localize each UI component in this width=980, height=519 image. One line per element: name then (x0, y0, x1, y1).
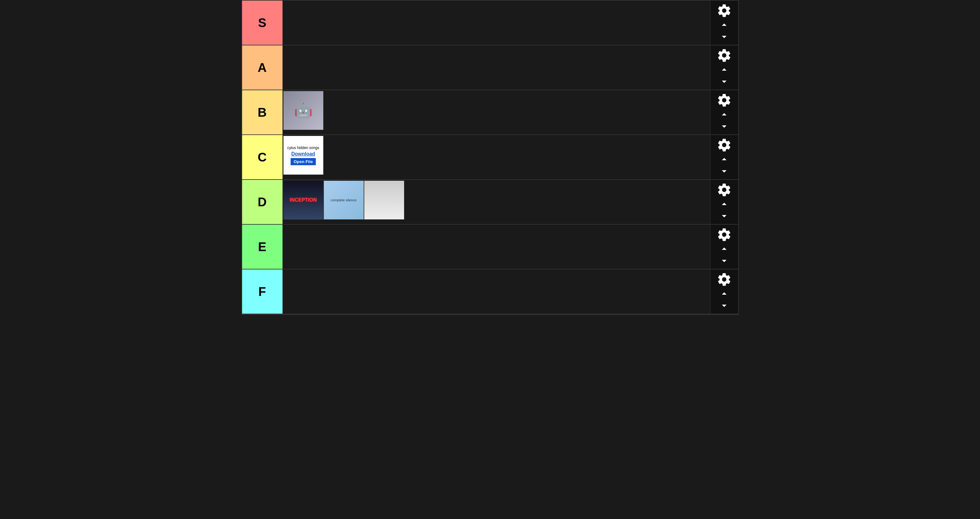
tier-label-f: F (242, 270, 283, 314)
move-up-button[interactable] (719, 243, 730, 254)
tier-row-b: B🤖 (242, 90, 738, 135)
download-card: cytus hidden songsDownloadOpen File (283, 136, 323, 175)
tier-item: INCEPTION (283, 180, 323, 220)
open-file-button[interactable]: Open File (291, 158, 316, 165)
arrow-controls (719, 154, 730, 177)
arrow-controls (719, 288, 730, 311)
tier-controls-s (710, 1, 738, 45)
gear-button[interactable] (717, 137, 732, 152)
tier-content-a (283, 45, 710, 89)
tier-controls-b (710, 90, 738, 134)
tier-content-c: cytus hidden songsDownloadOpen File (283, 135, 710, 179)
tier-row-c: Ccytus hidden songsDownloadOpen File (242, 135, 738, 180)
arrow-controls (719, 19, 730, 42)
tier-controls-f (710, 270, 738, 314)
gear-button[interactable] (717, 48, 732, 63)
tier-item (364, 180, 404, 220)
move-up-button[interactable] (719, 288, 730, 299)
tier-controls-a (710, 45, 738, 89)
tier-item: 🤖 (283, 91, 323, 130)
move-down-button[interactable] (719, 121, 730, 132)
tier-label-b: B (242, 90, 283, 134)
move-up-button[interactable] (719, 109, 730, 120)
tier-content-f (283, 270, 710, 314)
tier-row-e: E (242, 225, 738, 270)
tier-label-s: S (242, 1, 283, 45)
tier-content-e (283, 225, 710, 269)
tier-row-a: A (242, 45, 738, 90)
tier-content-b: 🤖 (283, 90, 710, 134)
download-card-title: cytus hidden songs (287, 145, 319, 150)
tier-row-f: F (242, 270, 738, 314)
move-down-button[interactable] (719, 210, 730, 222)
gear-button[interactable] (717, 3, 732, 18)
move-up-button[interactable] (719, 19, 730, 30)
tier-label-a: A (242, 45, 283, 89)
gear-button[interactable] (717, 227, 732, 242)
move-up-button[interactable] (719, 198, 730, 210)
gear-button[interactable] (717, 93, 732, 108)
tier-controls-c (710, 135, 738, 179)
move-down-button[interactable] (719, 300, 730, 311)
arrow-controls (719, 64, 730, 87)
tier-content-s (283, 1, 710, 45)
tier-row-s: S (242, 1, 738, 45)
arrow-controls (719, 243, 730, 266)
tier-content-d: INCEPTIONcomplete silence (283, 180, 710, 224)
gear-button[interactable] (717, 182, 732, 197)
move-down-button[interactable] (719, 76, 730, 87)
tier-controls-d (710, 180, 738, 224)
tier-label-d: D (242, 180, 283, 224)
tier-label-e: E (242, 225, 283, 269)
move-up-button[interactable] (719, 64, 730, 75)
tier-controls-e (710, 225, 738, 269)
tier-item: complete silence (323, 180, 364, 220)
tier-list: S A B🤖 Ccytus hidden songsDownloadOpen F… (242, 0, 739, 315)
move-down-button[interactable] (719, 255, 730, 266)
download-button[interactable]: Download (291, 151, 315, 157)
move-down-button[interactable] (719, 166, 730, 177)
tier-label-c: C (242, 135, 283, 179)
arrow-controls (719, 198, 730, 222)
move-up-button[interactable] (719, 154, 730, 165)
tier-row-d: DINCEPTIONcomplete silence (242, 180, 738, 225)
arrow-controls (719, 109, 730, 132)
move-down-button[interactable] (719, 31, 730, 42)
gear-button[interactable] (717, 272, 732, 287)
